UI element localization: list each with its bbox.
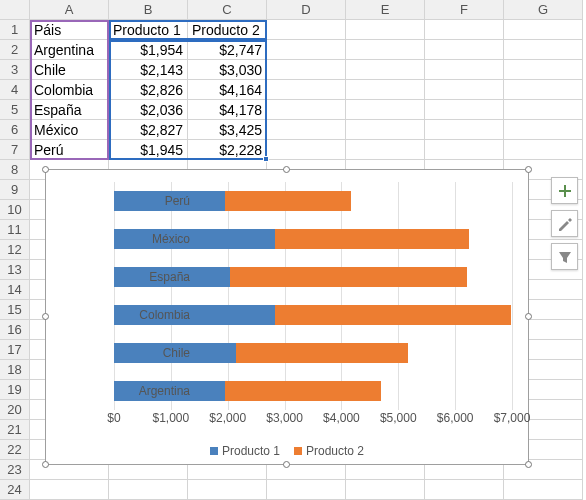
chart-handle[interactable] (525, 461, 532, 468)
row-header-21[interactable]: 21 (0, 420, 30, 440)
cell-G4[interactable] (504, 80, 583, 100)
row-header-9[interactable]: 9 (0, 180, 30, 200)
row-header-3[interactable]: 3 (0, 60, 30, 80)
chart-handle[interactable] (42, 313, 49, 320)
cell-D3[interactable] (267, 60, 346, 80)
cell-E24[interactable] (346, 480, 425, 500)
cell-C24[interactable] (188, 480, 267, 500)
cell-D5[interactable] (267, 100, 346, 120)
column-header-D[interactable]: D (267, 0, 346, 20)
column-header-B[interactable]: B (109, 0, 188, 20)
cell-B5[interactable]: $2,036 (109, 100, 188, 120)
cell-E6[interactable] (346, 120, 425, 140)
cell-D2[interactable] (267, 40, 346, 60)
cell-A3[interactable]: Chile (30, 60, 109, 80)
cell-F3[interactable] (425, 60, 504, 80)
select-all-corner[interactable] (0, 0, 30, 20)
cell-F2[interactable] (425, 40, 504, 60)
chart-handle[interactable] (283, 461, 290, 468)
cell-G5[interactable] (504, 100, 583, 120)
cell-C6[interactable]: $3,425 (188, 120, 267, 140)
cell-B4[interactable]: $2,826 (109, 80, 188, 100)
row-header-23[interactable]: 23 (0, 460, 30, 480)
row-header-1[interactable]: 1 (0, 20, 30, 40)
cell-G24[interactable] (504, 480, 583, 500)
row-header-24[interactable]: 24 (0, 480, 30, 500)
cell-C4[interactable]: $4,164 (188, 80, 267, 100)
cell-A5[interactable]: España (30, 100, 109, 120)
cell-A4[interactable]: Colombia (30, 80, 109, 100)
cell-C2[interactable]: $2,747 (188, 40, 267, 60)
chart-styles-button[interactable] (551, 210, 578, 237)
column-header-G[interactable]: G (504, 0, 583, 20)
row-header-18[interactable]: 18 (0, 360, 30, 380)
cell-F1[interactable] (425, 20, 504, 40)
cell-G3[interactable] (504, 60, 583, 80)
cell-F24[interactable] (425, 480, 504, 500)
cell-G6[interactable] (504, 120, 583, 140)
cell-B3[interactable]: $2,143 (109, 60, 188, 80)
cell-C5[interactable]: $4,178 (188, 100, 267, 120)
column-header-E[interactable]: E (346, 0, 425, 20)
column-header-F[interactable]: F (425, 0, 504, 20)
cell-F7[interactable] (425, 140, 504, 160)
cell-D6[interactable] (267, 120, 346, 140)
row-header-5[interactable]: 5 (0, 100, 30, 120)
chart-filter-button[interactable] (551, 243, 578, 270)
row-header-17[interactable]: 17 (0, 340, 30, 360)
cell-E5[interactable] (346, 100, 425, 120)
chart-handle[interactable] (283, 166, 290, 173)
row-header-11[interactable]: 11 (0, 220, 30, 240)
cell-F5[interactable] (425, 100, 504, 120)
cell-F6[interactable] (425, 120, 504, 140)
cell-B6[interactable]: $2,827 (109, 120, 188, 140)
row-header-7[interactable]: 7 (0, 140, 30, 160)
chart-elements-button[interactable] (551, 177, 578, 204)
cell-C7[interactable]: $2,228 (188, 140, 267, 160)
cell-B1[interactable]: Producto 1 (109, 20, 188, 40)
row-header-8[interactable]: 8 (0, 160, 30, 180)
row-header-22[interactable]: 22 (0, 440, 30, 460)
cell-E2[interactable] (346, 40, 425, 60)
chart-handle[interactable] (42, 166, 49, 173)
cell-D7[interactable] (267, 140, 346, 160)
cell-G1[interactable] (504, 20, 583, 40)
chart-object[interactable]: $0$1,000$2,000$3,000$4,000$5,000$6,000$7… (45, 169, 529, 465)
cell-D1[interactable] (267, 20, 346, 40)
row-header-20[interactable]: 20 (0, 400, 30, 420)
chart-handle[interactable] (525, 166, 532, 173)
cell-G2[interactable] (504, 40, 583, 60)
row-header-19[interactable]: 19 (0, 380, 30, 400)
cell-D4[interactable] (267, 80, 346, 100)
cell-A7[interactable]: Perú (30, 140, 109, 160)
cell-B24[interactable] (109, 480, 188, 500)
column-header-C[interactable]: C (188, 0, 267, 20)
row-header-13[interactable]: 13 (0, 260, 30, 280)
cell-E3[interactable] (346, 60, 425, 80)
row-header-10[interactable]: 10 (0, 200, 30, 220)
cell-A24[interactable] (30, 480, 109, 500)
cell-D24[interactable] (267, 480, 346, 500)
chart-handle[interactable] (42, 461, 49, 468)
row-header-16[interactable]: 16 (0, 320, 30, 340)
row-header-15[interactable]: 15 (0, 300, 30, 320)
row-header-12[interactable]: 12 (0, 240, 30, 260)
row-header-2[interactable]: 2 (0, 40, 30, 60)
chart-handle[interactable] (525, 313, 532, 320)
row-header-6[interactable]: 6 (0, 120, 30, 140)
cell-B2[interactable]: $1,954 (109, 40, 188, 60)
cell-A6[interactable]: México (30, 120, 109, 140)
cell-G7[interactable] (504, 140, 583, 160)
cell-E1[interactable] (346, 20, 425, 40)
cell-A2[interactable]: Argentina (30, 40, 109, 60)
row-header-4[interactable]: 4 (0, 80, 30, 100)
cell-B7[interactable]: $1,945 (109, 140, 188, 160)
cell-F4[interactable] (425, 80, 504, 100)
cell-A1[interactable]: Páis (30, 20, 109, 40)
fill-handle[interactable] (263, 156, 269, 162)
cell-C3[interactable]: $3,030 (188, 60, 267, 80)
column-header-A[interactable]: A (30, 0, 109, 20)
cell-E7[interactable] (346, 140, 425, 160)
cell-E4[interactable] (346, 80, 425, 100)
row-header-14[interactable]: 14 (0, 280, 30, 300)
